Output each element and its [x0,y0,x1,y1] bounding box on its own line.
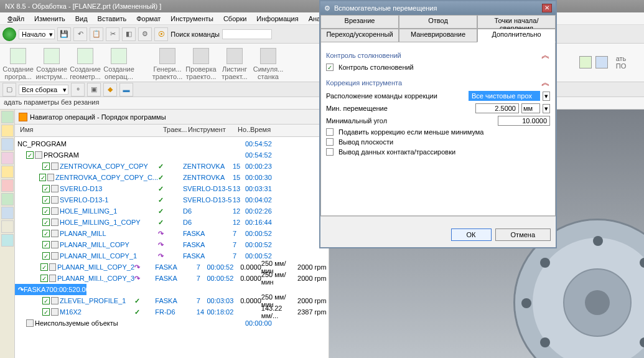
chevron-up-icon[interactable]: ︽ [541,50,550,61]
lb9-icon[interactable] [1,220,14,233]
close-icon[interactable]: ✕ [542,4,552,12]
left-sidebar [0,110,15,358]
create-op-button[interactable]: Создание операц... [103,45,134,80]
collision-checkbox[interactable]: ✓ [326,64,334,71]
op-row: ✓HOLE_MILLING_1✓D61200:02:26 [15,205,329,217]
generate-button[interactable]: Генери... траекто... [152,45,183,80]
collision-label: Контроль столкновений [338,64,550,71]
contact-output-label: Вывод данных контакта/трассировки [338,148,550,156]
seltool1-icon[interactable]: ▢ [2,83,16,97]
tree-root: NC_PROGRAM00:54:52 [15,138,329,149]
undo-icon[interactable]: ↶ [73,27,87,41]
seltool5-icon[interactable]: ▬ [119,83,133,97]
col-time[interactable]: Время [248,125,282,136]
create-program-button[interactable]: Создание програ... [2,45,34,80]
location-select[interactable]: Все чистовые прох [469,91,540,101]
gear-icon: ⚙ [324,4,332,12]
menu-edit[interactable]: Изменить [34,15,65,22]
menu-insert[interactable]: Вставить [98,15,127,22]
ok-button[interactable]: ОК [451,228,492,241]
rt1-icon[interactable] [579,56,592,68]
suppress-checkbox[interactable] [326,128,334,136]
group-collision: Контроль столкновений︽ ✓Контроль столкно… [326,50,550,71]
copy-icon[interactable]: 📋 [90,27,103,41]
rt2-icon[interactable] [595,56,608,68]
col-trajectory[interactable]: Траек... [161,125,185,136]
cancel-button[interactable]: Отмена [495,228,551,241]
start-dropdown[interactable]: Начало [19,29,55,39]
lb6-icon[interactable] [1,179,14,192]
lb10-icon[interactable] [1,234,14,247]
machining-icon[interactable]: ⦿ [154,27,168,41]
verify-button[interactable]: Проверка траекто... [185,45,217,80]
minangle-input[interactable] [498,116,550,126]
lb2-icon[interactable] [1,125,14,137]
menu-file[interactable]: Файл [7,15,24,22]
dropdown-arrow-icon[interactable]: ▾ [543,104,550,113]
op-row: ✓PLANAR_MILL_COPY↷FASKA700:00:52 [15,239,329,250]
create-geom-button[interactable]: Создание геометр... [70,45,101,80]
auxiliary-moves-dialog: ⚙ Вспомогательные перемещения ✕ Врезание… [319,0,557,248]
dropdown-arrow-icon[interactable]: ▾ [543,92,550,101]
contact-output-checkbox[interactable] [326,148,334,156]
tabs-row2: Переход/ускоренный Маневрирование Дополн… [320,29,556,42]
assembly-select[interactable]: Вся сборка [19,85,68,95]
menu-format[interactable]: Формат [136,15,161,22]
tab-engage[interactable]: Врезание [320,15,399,29]
dialog-button-row: ОК Отмена [320,222,556,247]
unit-select[interactable]: мм [521,103,540,113]
tool2-icon[interactable]: ⚙ [138,27,152,41]
op-row: ✓HOLE_MILLING_1_COPY✓D61200:16:44 [15,217,329,228]
group-cutter-comp: Коррекция инструмента︽ Расположение кома… [326,77,550,156]
tab-avoid[interactable]: Маневрирование [399,29,477,42]
minmove-label: Мин. перемещение [326,105,473,112]
group-collision-label: Контроль столкновений [326,52,401,59]
lb4-icon[interactable] [1,152,14,164]
lb3-icon[interactable] [1,138,14,151]
op-row: ✓PLANAR_MILL_COPY_3↷FASKA700:00:520.0000… [15,273,329,284]
simulate-button[interactable]: Симуля... станка [253,45,284,80]
tab-startdrill[interactable]: Точки начала/сверления [477,15,556,29]
minmove-input[interactable] [475,103,519,113]
op-row-selected: ✓PLANAR_MILL_COPY_4↷FASKA700:00:520.0000… [15,284,86,295]
lb8-icon[interactable] [1,207,14,219]
column-headers: Имя Траек... Инструмент Но... Время [15,125,329,137]
operation-tree[interactable]: NC_PROGRAM00:54:52 ✓PROGRAM00:54:52 ✓ZEN… [15,137,329,330]
navigator-icon [19,113,27,121]
lb1-icon[interactable] [1,111,14,123]
group-comp-label: Коррекция инструмента [326,79,402,87]
op-row: ✓M16X2✓FR-D61400:18:02143.22 мм/...2387 … [15,306,329,318]
tab-retract[interactable]: Отвод [399,15,477,29]
menu-view[interactable]: Вид [75,15,88,22]
tool1-icon[interactable]: ◧ [122,27,136,41]
chevron-up-icon[interactable]: ︽ [541,77,550,88]
tab-transfer[interactable]: Переход/ускоренный [320,29,399,42]
menu-tools[interactable]: Инструменты [170,15,213,22]
horizontal-scrollbar[interactable] [320,216,556,222]
search-label: Поиск команды [170,31,220,38]
save-icon[interactable]: 💾 [57,27,71,41]
col-name[interactable]: Имя [17,125,161,136]
window-title: NX 8.5 - Обработка - [FLANEZ.prt (Измене… [5,2,161,10]
seltool3-icon[interactable]: ▣ [87,83,101,97]
col-holder[interactable]: Но... [235,125,248,136]
menu-info[interactable]: Информация [256,15,298,22]
ato-button[interactable]: ать ПО [612,55,630,70]
dialog-title: Вспомогательные перемещения [334,4,437,12]
menu-assemblies[interactable]: Сборки [223,15,246,22]
plane-output-checkbox[interactable] [326,138,334,146]
list-button[interactable]: Листинг траект... [219,45,250,80]
op-row: ✓ZENTROVKA_COPY_COPY✓ZENTROVKA1500:00:23 [15,161,329,172]
lb5-icon[interactable] [1,166,14,178]
col-tool[interactable]: Инструмент [185,125,235,136]
op-row: ✓ZENTROVKA_COPY_COPY_C...✓ZENTROVKA1500:… [15,172,329,183]
seltool4-icon[interactable]: ◆ [103,83,117,97]
operation-navigator: Навигатор операций - Порядок программы И… [15,110,329,358]
create-tool-button[interactable]: Создание инструм... [36,45,67,80]
tab-more[interactable]: Дополнительно [477,29,556,42]
cut-icon[interactable]: ✂ [106,27,119,41]
dialog-titlebar[interactable]: ⚙ Вспомогательные перемещения ✕ [320,1,556,15]
search-input[interactable] [222,29,272,39]
seltool2-icon[interactable]: ⚬ [71,83,85,97]
lb7-icon[interactable] [1,193,14,205]
